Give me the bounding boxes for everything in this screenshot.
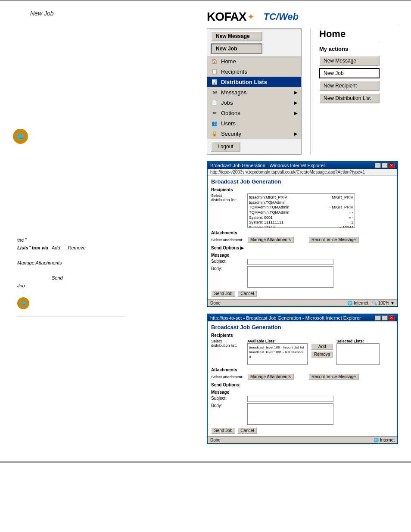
users-icon: 👥	[211, 120, 218, 127]
nav-item-distribution-lists[interactable]: 📊 Distribution Lists	[207, 77, 301, 87]
cancel-btn-2[interactable]: Cancel	[237, 427, 257, 434]
subject-input-1[interactable]	[247, 259, 333, 265]
close-button-1[interactable]: ✕	[389, 163, 395, 168]
manage-attachments-btn-1[interactable]: Manage Attachments	[247, 236, 294, 243]
nav-label-security: Security	[221, 131, 241, 137]
nav-item-messages[interactable]: ✉ Messages ▶	[207, 87, 301, 97]
footer-internet-2: 🌐 Internet	[374, 438, 395, 442]
remove-btn[interactable]: Remove	[311, 351, 333, 358]
minimize-button-2[interactable]: _	[375, 315, 381, 320]
action-new-message[interactable]: New Message	[319, 56, 380, 66]
nav-item-users[interactable]: 👥 Users	[207, 118, 301, 128]
add-btn[interactable]: Add	[311, 343, 333, 350]
send-job-btn-2[interactable]: Send Job	[211, 427, 235, 434]
available-lists[interactable]: broadcast_level:100 - Import dist list b…	[247, 343, 308, 365]
send-options-2[interactable]: Send Options:	[211, 383, 240, 387]
select-dist-label-2: Select distribution list:	[211, 339, 246, 348]
broadcast-heading-2: Broadcast Job Generation	[211, 324, 394, 330]
body-textarea-2[interactable]	[247, 403, 333, 425]
recipients-section-1: Recipients	[211, 187, 394, 192]
job-label: Job	[17, 283, 25, 288]
maximize-button-2[interactable]: □	[382, 315, 388, 320]
recipients-box-1[interactable]: tqsadmin:MIGR_PRIV= MIGR_PRIV tqsadmin:T…	[247, 193, 355, 228]
messages-icon: ✉	[211, 89, 218, 96]
maximize-button-1[interactable]: □	[382, 163, 388, 168]
new-job-label: New Job	[30, 10, 198, 17]
text-line1: the "	[17, 237, 27, 243]
select-dist-label-1: Select distribution list:	[211, 193, 246, 202]
available-lists-box: Available Lists: broadcast_level:100 - I…	[247, 339, 380, 365]
nav-label-users: Users	[221, 120, 236, 127]
browser-title-2: http://tps-to-set - Broadcast Job Genera…	[210, 315, 361, 320]
cancel-btn-1[interactable]: Cancel	[237, 290, 257, 297]
select-attach-label-2: Select attachment:	[211, 375, 246, 379]
send-label: Send	[52, 275, 63, 280]
nav-item-jobs[interactable]: 📄 Jobs ▶	[207, 97, 301, 108]
bird-icon-1: 🐦	[13, 129, 28, 144]
browser-window-2: http://tps-to-set - Broadcast Job Genera…	[207, 314, 398, 444]
security-icon: 🔒	[211, 130, 218, 137]
select-attach-label-1: Select attachment:	[211, 238, 246, 242]
browser-url-1: http://tcpe-v2003srv.tcprdomain.tapvall.…	[210, 170, 365, 174]
browser-window-1: Broadcast Job Generation - Windows Inter…	[207, 161, 398, 307]
jobs-icon: 📄	[211, 99, 218, 106]
nav-item-recipients[interactable]: 📋 Recipients	[207, 66, 301, 77]
browser-footer-2: Done 🌐 Internet	[208, 436, 397, 443]
attachments-section-1: Attachments	[211, 230, 394, 235]
new-job-button[interactable]: New Job	[211, 44, 262, 54]
action-new-recipient[interactable]: New Recipient	[319, 81, 380, 91]
footer-internet-1: 🌐 Internet	[347, 301, 368, 305]
home-icon: 🏠	[211, 58, 218, 65]
browser-footer-1: Done 🌐 Internet 🔍 100% ▼	[208, 299, 397, 306]
nav-menu: 🏠 Home 📋 Recipients 📊 Distribution Lists	[207, 56, 301, 139]
nav-label-recipients: Recipients	[221, 68, 247, 75]
security-arrow: ▶	[294, 131, 298, 136]
kofax-logo: KOFAX	[207, 10, 246, 24]
logout-button[interactable]: Logout	[211, 141, 240, 152]
manage-attachments-btn-2[interactable]: Manage Attachments	[247, 373, 294, 380]
record-voice-btn-1[interactable]: Record Voice Message	[308, 236, 359, 243]
send-job-btn-1[interactable]: Send Job	[211, 290, 235, 297]
browser-titlebar-1: Broadcast Job Generation - Windows Inter…	[208, 162, 397, 169]
home-panel: Home My actions New Message New Job New …	[310, 28, 380, 155]
divider	[17, 317, 125, 317]
nav-label-jobs: Jobs	[221, 100, 233, 106]
options-icon: ✏	[211, 109, 218, 116]
body-label-1: Body:	[211, 266, 246, 271]
lists-label: Lists" box via	[17, 245, 48, 250]
options-arrow: ▶	[294, 111, 298, 115]
message-section-2: Message	[211, 390, 394, 395]
action-new-job[interactable]: New Job	[319, 68, 380, 78]
kofax-header: KOFAX ✦ TC/Web New Message New Job	[207, 10, 398, 155]
selected-lists-label: Selected Lists:	[336, 339, 380, 343]
message-section-1: Message	[211, 253, 394, 258]
add-label: Add	[52, 245, 60, 250]
kofax-star: ✦	[247, 12, 255, 22]
body-textarea-1[interactable]	[247, 266, 333, 288]
jobs-arrow: ▶	[294, 100, 298, 105]
nav-item-home[interactable]: 🏠 Home	[207, 56, 301, 66]
distribution-lists-icon: 📊	[211, 78, 218, 85]
close-button-2[interactable]: ✕	[389, 315, 395, 320]
action-new-distribution-list[interactable]: New Distribution List	[319, 93, 380, 103]
manage-label: Manage Attachments	[17, 260, 62, 265]
nav-label-options: Options	[221, 110, 240, 116]
selected-lists[interactable]	[336, 343, 380, 365]
send-options-1[interactable]: Send Options ▶	[211, 246, 244, 250]
broadcast-heading-1: Broadcast Job Generation	[211, 178, 394, 185]
bird-icon-2: 🐦	[17, 297, 29, 309]
new-message-button[interactable]: New Message	[211, 31, 262, 41]
footer-left-2: Done	[210, 438, 221, 442]
subject-input-2[interactable]	[247, 396, 333, 402]
nav-label-home: Home	[221, 58, 236, 65]
record-voice-btn-2[interactable]: Record Voice Message	[308, 373, 359, 380]
nav-item-options[interactable]: ✏ Options ▶	[207, 108, 301, 118]
attachments-section-2: Attachments	[211, 367, 394, 372]
browser-title-1: Broadcast Job Generation - Windows Inter…	[210, 163, 325, 168]
footer-zoom-1: 🔍 100% ▼	[372, 301, 395, 305]
recipients-section-2: Recipients	[211, 333, 394, 338]
footer-left-1: Done	[210, 301, 221, 305]
nav-item-security[interactable]: 🔒 Security ▶	[207, 128, 301, 139]
tcweb-label: TC/Web	[263, 11, 298, 22]
minimize-button-1[interactable]: _	[375, 163, 381, 168]
